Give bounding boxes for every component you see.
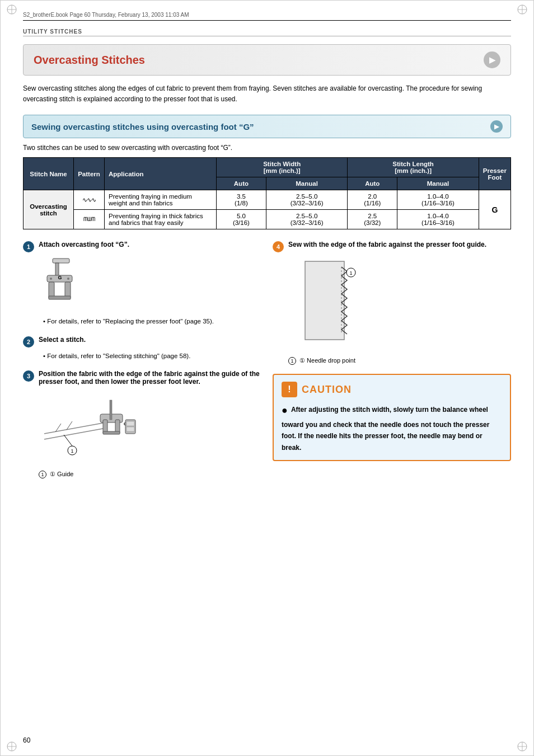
machine-illus: G 1 [39,389,261,467]
th-stitch-length: Stitch Length[mm (inch.)] [348,158,479,177]
step-2-title: Select a stitch. [39,336,86,344]
manual-l1-cell: 1.0–4.0(1/16–3/16) [397,190,479,210]
steps-container: 1 Attach overcasting foot “G”. G [23,241,511,487]
th-presser-foot: Presser Foot [479,158,510,190]
corner-mark-bl [6,741,17,752]
sub-heading-arrow: ▶ [490,120,503,133]
step-2: 2 Select a stitch. • For details, refer … [23,336,261,361]
th-manual-length: Manual [397,177,479,190]
auto-l2-cell: 2.5(3/32) [348,210,397,229]
svg-rect-37 [305,261,344,340]
th-pattern: Pattern [74,158,105,190]
svg-rect-33 [127,427,134,431]
step-1-bullet-1: • For details, refer to "Replacing the p… [43,316,261,326]
step-1-header: 1 Attach overcasting foot “G”. [23,241,261,252]
manual-w2-cell: 2.5–5.0(3/32–3/16) [266,210,348,229]
step-2-header: 2 Select a stitch. [23,336,261,348]
th-auto-width: Auto [217,177,266,190]
intro-text: Sew overcasting stitches along the edges… [23,83,511,105]
auto-l1-cell: 2.0(1/16) [348,190,397,210]
app1-cell: Preventing fraying in medium weight and … [105,190,217,210]
fabric-stitch-illus: 1 [288,256,511,354]
step-3-title: Position the fabric with the edge of the… [39,370,261,386]
step-4-header: 4 Sew with the edge of the fabric agains… [273,241,511,252]
app2-cell: Preventing fraying in thick fabrics and … [105,210,217,229]
presser-foot-illus: G [39,256,261,312]
caption-text-1: ① Guide [50,471,73,477]
main-heading: Overcasting Stitches ▶ [23,44,511,76]
manual-w1-cell: 2.5–5.0(3/32–3/16) [266,190,348,210]
th-auto-length: Auto [348,177,397,190]
auto-w2-cell: 5.0(3/16) [217,210,266,229]
svg-point-20 [67,278,69,280]
caution-header: ! CAUTION [282,382,502,397]
step-4-caption: 1 ① Needle drop point [288,357,511,365]
pattern2-cell: ᗰᗯᗰ [74,210,105,229]
step-2-body: • For details, refer to "Selecting stitc… [39,351,261,361]
svg-rect-28 [103,431,120,434]
caution-title: CAUTION [302,384,352,396]
sub-heading-text: Sewing overcasting stitches using overca… [31,122,254,132]
svg-text:1: 1 [349,270,352,276]
corner-mark-tr [517,4,528,15]
caution-dot: ● [282,405,288,416]
corner-mark-tl [6,4,17,15]
step-4-num: 4 [273,241,284,252]
svg-rect-12 [53,259,69,263]
table-row: ᗰᗯᗰ Preventing fraying in thick fabrics … [24,210,511,229]
file-info: S2_brotherE.book Page 60 Thursday, Febru… [23,12,511,21]
caption-circle-1: 1 [39,471,46,478]
caution-icon: ! [282,382,297,397]
pattern1-cell: ∿∿∿ [74,190,105,210]
svg-line-21 [44,422,106,434]
th-stitch-name: Stitch Name [24,158,74,190]
section-label: UTILITY STITCHES [23,29,511,36]
manual-l2-cell: 1.0–4.0(1/16–3/16) [397,210,479,229]
sub-intro: Two stitches can be used to sew overcast… [23,144,511,152]
step-3: 3 Position the fabric with the edge of t… [23,370,261,478]
th-application: Application [105,158,217,190]
caution-box: ! CAUTION ●After adjusting the stitch wi… [273,374,511,461]
step-1: 1 Attach overcasting foot “G”. G [23,241,261,326]
step-4-title: Sew with the edge of the fabric against … [288,241,486,248]
svg-point-19 [50,278,52,280]
step-3-header: 3 Position the fabric with the edge of t… [23,370,261,386]
col-right: 4 Sew with the edge of the fabric agains… [273,241,511,487]
caption-text-4: ① Needle drop point [299,357,355,364]
page-number: 60 [23,736,30,744]
step-1-body: • For details, refer to "Replacing the p… [39,316,261,326]
th-manual-width: Manual [266,177,348,190]
step-3-num: 3 [23,370,34,382]
sub-heading: Sewing overcasting stitches using overca… [23,115,511,138]
auto-w1-cell: 3.5(1/8) [217,190,266,210]
main-heading-arrow: ▶ [484,51,500,68]
stitch-name-cell: Overcastingstitch [24,190,74,229]
caption-circle-4: 1 [288,357,296,365]
step-3-caption: 1 ① Guide [39,471,261,478]
presser-foot-cell: G [479,190,510,229]
step-1-title: Attach overcasting foot “G”. [39,241,129,248]
svg-rect-29 [110,400,112,420]
step-2-bullet-1: • For details, refer to "Selecting stitc… [43,351,261,361]
th-stitch-width: Stitch Width[mm (inch.)] [217,158,348,177]
caution-text: After adjusting the stitch width, slowly… [282,406,489,452]
caution-body: ●After adjusting the stitch width, slowl… [282,402,502,453]
main-heading-text: Overcasting Stitches [34,54,145,67]
stitch-table: Stitch Name Pattern Application Stitch W… [23,157,511,229]
step-1-num: 1 [23,241,34,252]
svg-text:G: G [58,275,62,280]
svg-line-22 [44,428,106,439]
svg-text:1: 1 [71,448,73,454]
step-4: 4 Sew with the edge of the fabric agains… [273,241,511,365]
svg-line-36 [64,435,72,446]
step-2-num: 2 [23,336,34,348]
svg-rect-17 [49,296,71,299]
col-left: 1 Attach overcasting foot “G”. G [23,241,261,487]
corner-mark-br [517,741,528,752]
table-row: Overcastingstitch ∿∿∿ Preventing fraying… [24,190,511,210]
svg-rect-32 [127,421,134,426]
